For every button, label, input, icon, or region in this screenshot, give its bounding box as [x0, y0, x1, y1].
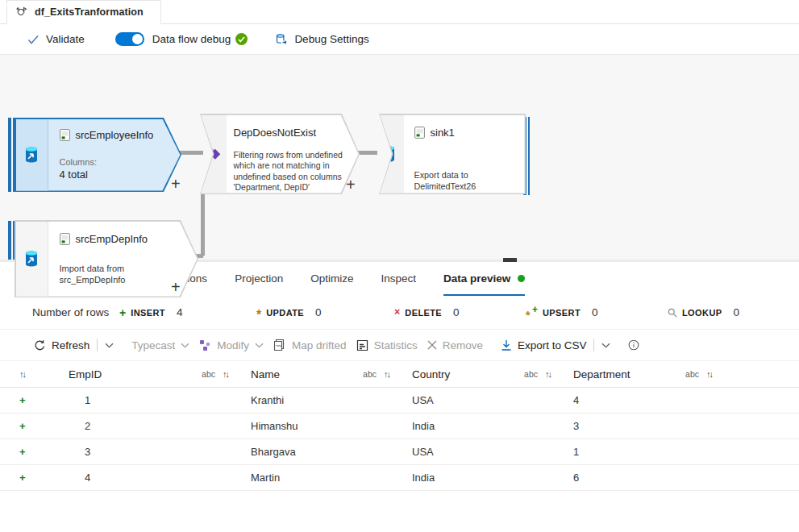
- refresh-icon: [34, 339, 46, 351]
- dataflow-debug-toggle[interactable]: [115, 32, 144, 46]
- dataflow-editor: df_ExitsTranformation Validate Data flow…: [0, 0, 799, 532]
- node-title-text: srcEmpDepInfo: [76, 233, 148, 245]
- table-row[interactable]: + 1 Kranthi USA 4: [0, 388, 799, 414]
- map-drifted-button[interactable]: Map drifted: [273, 339, 347, 351]
- marker-column-header: ↑↓: [0, 369, 47, 379]
- cell-department: 3: [560, 420, 722, 432]
- node-body: sink1 Export data to DelimitedText26: [368, 115, 525, 193]
- node-description: Export data to DelimitedText26: [414, 169, 518, 192]
- add-transformation-button[interactable]: +: [171, 278, 181, 297]
- source-icon-strip: [16, 222, 48, 297]
- tab-data-preview[interactable]: Data preview: [443, 272, 525, 296]
- typecast-button[interactable]: Typecast: [131, 339, 189, 351]
- tab-inspect[interactable]: Inspect: [381, 272, 416, 296]
- stat-lookup: LOOKUP 0: [668, 306, 739, 318]
- sort-icon[interactable]: ↑↓: [545, 369, 551, 379]
- remove-button[interactable]: Remove: [427, 339, 483, 351]
- node-DepDoesNotExist[interactable]: DepDoesNotExist Filtering rows from unde…: [187, 114, 360, 194]
- canvas-left-edge-stripe: [8, 118, 15, 192]
- table-header-row: ↑↓ EmpID abc↑↓ Name abc↑↓ Country abc↑↓ …: [0, 361, 799, 388]
- statistics-button[interactable]: Statistics: [356, 339, 418, 351]
- info-icon[interactable]: [628, 339, 639, 351]
- dataset-doc-icon: [414, 127, 425, 139]
- data-preview-status-dot: [518, 275, 525, 282]
- cell-name: Himanshu: [238, 420, 399, 432]
- add-transformation-button[interactable]: +: [346, 176, 356, 194]
- column-header-country[interactable]: Country abc↑↓: [399, 368, 560, 380]
- row-insert-marker: +: [0, 394, 47, 406]
- tab-optimize[interactable]: Optimize: [310, 272, 353, 296]
- sort-icon[interactable]: ↑↓: [19, 369, 25, 379]
- node-title-text: DepDoesNotExist: [234, 127, 356, 139]
- tab-dataflow[interactable]: df_ExitsTranformation: [6, 0, 161, 24]
- node-content: sink1 Export data to DelimitedText26: [414, 127, 518, 192]
- stat-update: * UPDATE 0: [256, 306, 322, 318]
- preview-toolbar: Refresh Typecast Modify: [0, 330, 799, 361]
- column-header-name[interactable]: Name abc↑↓: [238, 368, 399, 380]
- table-row[interactable]: + 3 Bhargava USA 1: [0, 439, 799, 465]
- cell-empid: 4: [47, 472, 238, 484]
- validate-button[interactable]: Validate: [27, 33, 85, 45]
- node-srcEmployeeInfo[interactable]: srcEmployeeInfo Columns: 4 total: [15, 118, 181, 192]
- node-sink1[interactable]: sink1 Export data to DelimitedText26: [366, 114, 526, 194]
- tab-projection[interactable]: Projection: [235, 272, 283, 296]
- stat-insert: + INSERT 4: [119, 306, 182, 318]
- panel-resize-handle[interactable]: [503, 258, 517, 262]
- lookup-count: 0: [733, 306, 739, 318]
- cell-department: 4: [560, 394, 722, 406]
- node-body: srcEmpDepInfo Import data from src_EmpDe…: [16, 222, 198, 297]
- debug-toggle-label: Data flow debug: [152, 33, 231, 45]
- column-type-abc: abc: [524, 369, 538, 379]
- row-insert-marker: +: [0, 446, 47, 458]
- modify-button[interactable]: Modify: [199, 339, 264, 351]
- node-content: srcEmpDepInfo Import data from src_EmpDe…: [60, 233, 164, 286]
- export-dropdown-chevron[interactable]: [601, 343, 610, 348]
- insert-plus-icon: +: [119, 307, 126, 318]
- debug-settings-button[interactable]: Debug Settings: [275, 33, 368, 46]
- node-body: srcEmployeeInfo Columns: 4 total: [16, 119, 181, 191]
- modify-icon: [199, 339, 211, 351]
- table-row[interactable]: + 4 Martin India 6: [0, 465, 799, 491]
- stat-upsert: * + UPSERT 0: [526, 306, 598, 318]
- node-title-text: srcEmployeeInfo: [76, 129, 154, 141]
- refresh-button[interactable]: Refresh: [34, 339, 89, 351]
- remove-x-icon: [427, 340, 437, 350]
- table-row[interactable]: + 2 Himanshu India 3: [0, 414, 799, 439]
- upsert-count: 0: [592, 306, 598, 318]
- node-content: DepDoesNotExist Filtering rows from unde…: [234, 127, 356, 193]
- exists-icon-strip: [189, 115, 227, 193]
- map-drifted-icon: [273, 339, 286, 351]
- sort-icon[interactable]: ↑↓: [384, 369, 389, 379]
- row-stats-bar: Number of rows + INSERT 4 * UPDATE 0 × D…: [0, 296, 799, 330]
- sort-icon[interactable]: ↑↓: [706, 369, 712, 379]
- cell-country: India: [399, 472, 560, 484]
- cell-country: USA: [399, 446, 560, 458]
- upsert-icon: * +: [526, 306, 538, 318]
- node-subtext: Columns:: [60, 157, 160, 167]
- cell-country: India: [399, 420, 560, 432]
- configuration-panel: Source settings Source options Projectio…: [0, 262, 799, 532]
- refresh-dropdown-chevron[interactable]: [105, 343, 114, 348]
- delete-x-icon: ×: [394, 307, 400, 318]
- source-dataset-icon: [22, 145, 41, 164]
- validate-label: Validate: [46, 33, 85, 45]
- column-header-empid[interactable]: EmpID abc↑↓: [47, 368, 238, 380]
- toolbar-separator: [97, 339, 98, 351]
- debug-settings-icon: [275, 33, 288, 46]
- exists-transformation-icon: [201, 147, 220, 162]
- row-insert-marker: +: [0, 472, 47, 484]
- node-description: Import data from src_EmpDepInfo: [60, 263, 164, 286]
- debug-ready-check-icon: [235, 33, 248, 45]
- cell-empid: 2: [47, 420, 238, 432]
- download-icon: [501, 339, 512, 351]
- column-header-department[interactable]: Department abc↑↓: [560, 368, 722, 380]
- dataflow-canvas[interactable]: srcEmployeeInfo Columns: 4 total +: [0, 55, 799, 260]
- dataflow-icon: [15, 6, 28, 19]
- node-description: Filtering rows from undefined which are …: [234, 150, 356, 193]
- source-dataset-icon: [22, 249, 41, 268]
- add-transformation-button[interactable]: +: [171, 175, 181, 193]
- sort-icon[interactable]: ↑↓: [223, 369, 228, 379]
- statistics-icon: [356, 339, 368, 351]
- export-csv-button[interactable]: Export to CSV: [501, 339, 587, 351]
- cell-name: Martin: [238, 472, 399, 484]
